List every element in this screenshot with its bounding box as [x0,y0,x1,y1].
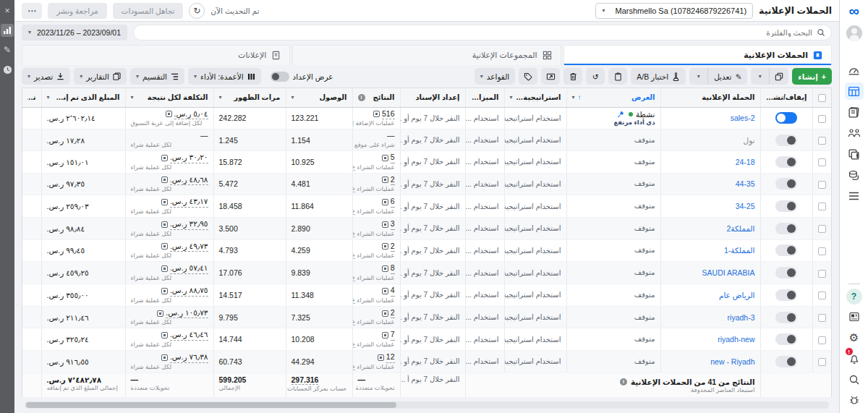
row-checkbox[interactable] [818,115,826,123]
row-checkbox[interactable] [818,158,826,166]
ads-manager-icon[interactable] [845,82,864,100]
bar-chart-icon[interactable] [1,24,14,37]
account-selector[interactable]: Marshmello Sa (1078246879226741) ▾ [595,3,753,19]
settings-gear-icon[interactable]: ⚙ [845,329,864,346]
campaign-name[interactable]: نول [744,136,755,145]
audiences-icon[interactable] [845,124,864,142]
row-checkbox[interactable] [818,291,826,299]
bug-report-icon[interactable] [845,392,864,409]
duplicate-button[interactable] [770,68,788,85]
clock-icon[interactable] [1,63,14,76]
row-checkbox[interactable] [818,137,826,145]
tab-ads[interactable]: الإعلانات [22,45,290,65]
search-rail-icon[interactable] [845,371,864,388]
row-checkbox[interactable] [818,225,826,233]
campaign-name[interactable]: المملكة2 [726,224,754,233]
header-attribution[interactable]: إعداد الإسناد [400,88,465,107]
row-checkbox[interactable] [818,247,826,255]
campaign-toggle[interactable] [775,135,797,146]
account-overview-icon[interactable] [845,61,864,79]
horizontal-scrollbar[interactable] [25,401,829,409]
campaign-toggle[interactable] [775,112,797,124]
header-amount-spent[interactable]: المبلغ الذي تم إنفاقه▾ [41,88,125,107]
campaign-name[interactable]: riyadh-new [718,335,754,344]
setup-view-toggle[interactable]: عرض الإعداد [265,68,339,85]
tag-button[interactable] [519,68,537,85]
row-checkbox[interactable] [818,314,826,322]
header-cost-per-result[interactable]: التكلفة لكل نتيجة▾ [125,88,213,107]
header-campaign[interactable]: الحملة الإعلانية [660,88,760,107]
header-select-all[interactable] [812,88,831,107]
billing-icon[interactable] [845,166,864,184]
campaign-toggle[interactable] [775,312,797,323]
header-delivery[interactable]: العرض↑▾ [566,88,660,107]
search-input[interactable] [140,28,812,37]
all-tools-menu-icon[interactable] [845,187,864,205]
date-cell [22,129,41,151]
header-bid-strategy[interactable]: استراتيجية عرض الأسعار▾ [504,88,566,107]
row-checkbox[interactable] [818,358,826,366]
tab-campaigns[interactable]: الحملات الإعلانية [563,45,832,65]
campaign-name[interactable]: 34-25 [736,202,755,210]
pin-preview-button[interactable] [541,68,560,85]
row-checkbox[interactable] [818,203,826,210]
campaign-toggle[interactable] [775,178,797,190]
notifications-bell-icon[interactable]: ! [845,350,864,367]
select-all-checkbox[interactable] [818,94,826,102]
delete-button[interactable] [563,68,582,85]
campaign-toggle[interactable] [775,356,797,367]
discard-drafts-button[interactable]: تجاهل المسودات [113,3,184,19]
header-results[interactable]: النتائجi [352,88,400,107]
campaign-toggle[interactable] [775,333,797,345]
campaign-name[interactable]: sales-2 [731,114,755,122]
campaign-toggle[interactable] [775,200,797,212]
updates-icon[interactable] [845,308,864,325]
campaign-toggle[interactable] [775,156,797,168]
ab-test-button[interactable]: اختبار A/B [631,68,686,85]
pencil-icon[interactable]: ✎ [1,43,14,56]
creative-hub-icon[interactable] [845,145,864,163]
campaign-name[interactable]: SAUDI ARABIA [702,268,755,277]
create-button[interactable]: + إنشاء [792,68,832,85]
row-checkbox[interactable] [818,270,826,278]
row-checkbox[interactable] [818,336,826,344]
tab-ad-sets[interactable]: المجموعات الإعلانية [292,45,561,65]
export-button[interactable]: تصدير ▾ [22,68,70,85]
header-budget[interactable]: الميزانية [465,88,504,107]
row-checkbox[interactable] [818,181,826,189]
campaign-toggle[interactable] [775,223,797,234]
setup-view-switch[interactable] [271,72,289,82]
clipboard-button[interactable] [608,68,627,85]
breakdown-button[interactable]: التقسيم ▾ [130,68,184,85]
ads-reporting-icon[interactable] [845,103,864,121]
refresh-button[interactable]: ↻ [189,3,205,19]
campaign-name[interactable]: المملكة-1 [724,246,755,255]
date-range-button[interactable]: ▾ 2023/11/26 – 2023/09/01 [22,25,127,41]
avatar[interactable] [846,25,862,41]
campaign-toggle[interactable] [775,289,797,301]
columns-button[interactable]: الأعمدة: الأداء ▾ [188,68,261,85]
campaign-name[interactable]: riyadh-3 [728,313,755,322]
header-toggle[interactable]: إيقاف/تشغيل [760,88,812,107]
close-icon[interactable]: × [1,4,14,17]
rules-button[interactable]: القواعد ▾ [475,68,516,85]
campaign-name[interactable]: 24-18 [736,158,755,166]
campaign-name[interactable]: 44-35 [736,179,755,188]
reports-button[interactable]: التقارير ▾ [74,68,127,85]
header-impressions[interactable]: مرات الظهور▾ [213,88,286,107]
edit-menu-button[interactable]: ▾ [689,68,708,85]
undo-button[interactable]: ↺ [586,68,605,85]
campaign-name[interactable]: الرياض عام [719,291,755,299]
campaign-toggle[interactable] [775,244,797,256]
search-box[interactable] [133,25,832,41]
campaign-name[interactable]: new - Riyadh [710,357,754,366]
header-date[interactable]: تار [22,88,41,107]
help-icon[interactable]: ? [846,289,862,305]
header-reach[interactable]: الوصول▾ [286,88,352,107]
scrollbar-thumb[interactable] [26,402,396,408]
edit-button[interactable]: ✎ تعديل [708,68,747,85]
duplicate-menu-button[interactable]: ▾ [751,68,770,85]
campaign-toggle[interactable] [775,267,797,278]
more-options-button[interactable]: ⋯ [22,3,42,19]
review-publish-button[interactable]: مراجعة ونشر [48,3,107,19]
